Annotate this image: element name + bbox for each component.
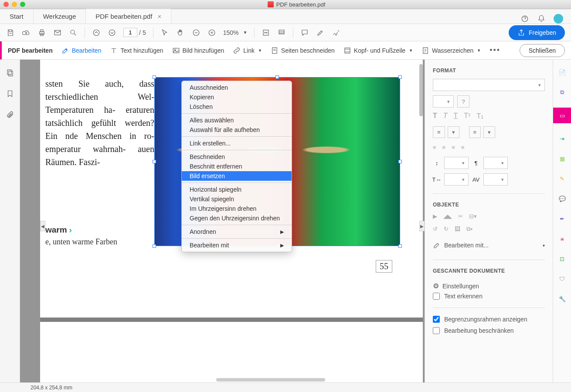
- search-icon[interactable]: [69, 28, 78, 37]
- ctx-bearbeiten-mit[interactable]: Bearbeiten mit▶: [182, 240, 292, 250]
- ctx-anordnen[interactable]: Anordnen▶: [182, 227, 292, 237]
- number-list-button[interactable]: ≡: [469, 126, 481, 138]
- bbox-checkbox[interactable]: Begrenzungsrahmen anzeigen: [433, 316, 545, 323]
- maximize-window-icon[interactable]: [20, 2, 25, 7]
- replace-image-icon[interactable]: 🖼: [455, 226, 460, 233]
- close-tab-icon[interactable]: ×: [158, 13, 162, 20]
- optimize-icon[interactable]: ⊡: [557, 254, 567, 264]
- page-up-icon[interactable]: [92, 28, 101, 37]
- char-spacing-select[interactable]: ▾: [483, 173, 508, 186]
- underline-icon[interactable]: T: [454, 112, 458, 120]
- crop-pages-button[interactable]: Seiten beschneiden: [271, 47, 335, 54]
- save-icon[interactable]: [6, 28, 15, 37]
- resize-handle-tm[interactable]: [275, 75, 279, 79]
- comment-tool-icon[interactable]: 💬: [557, 194, 567, 203]
- document-canvas[interactable]: ssten Sie auch, dass terschiedlichen Wel…: [20, 60, 425, 382]
- highlight-icon[interactable]: [316, 28, 325, 37]
- resize-handle-mr[interactable]: [398, 160, 402, 163]
- redact-icon[interactable]: x̶: [557, 234, 567, 243]
- resize-handle-tr[interactable]: [398, 75, 402, 79]
- edit-with-link[interactable]: Bearbeiten mit...▾: [433, 239, 545, 252]
- page-down-icon[interactable]: [108, 28, 116, 37]
- vertical-scrollbar[interactable]: [419, 64, 423, 116]
- pointer-icon[interactable]: [160, 28, 169, 37]
- align-center-icon[interactable]: ≡: [442, 144, 446, 151]
- bullet-list-dropdown[interactable]: ▾: [448, 126, 459, 138]
- hand-icon[interactable]: [176, 28, 185, 37]
- ctx-kopieren[interactable]: Kopieren: [182, 92, 292, 102]
- font-help-icon[interactable]: ?: [457, 95, 469, 108]
- more-menu-icon[interactable]: •••: [489, 46, 500, 55]
- bookmarks-icon[interactable]: [6, 89, 14, 98]
- line-spacing-select[interactable]: ▾: [444, 157, 469, 169]
- close-editbar-button[interactable]: Schließen: [520, 44, 565, 57]
- caption-line2[interactable]: e, unten warme Farben: [45, 237, 117, 247]
- more-tools-icon[interactable]: 🔧: [557, 294, 567, 304]
- cloud-upload-icon[interactable]: [22, 28, 31, 37]
- add-image-button[interactable]: Bild hinzufügen: [172, 47, 224, 54]
- email-icon[interactable]: [53, 28, 62, 37]
- tab-tools[interactable]: Werkzeuge: [34, 9, 86, 24]
- ctx-vertikal-spiegeln[interactable]: Vertikal spiegeln: [182, 194, 292, 204]
- fill-sign-icon[interactable]: ✎: [557, 174, 567, 183]
- superscript-icon[interactable]: T¹: [464, 112, 470, 120]
- rotate-cw-icon[interactable]: ↻: [444, 226, 449, 233]
- ctx-horizontal-spiegeln[interactable]: Horizontal spiegeln: [182, 185, 292, 194]
- organize-icon[interactable]: ▦: [557, 154, 567, 163]
- arrange-icon[interactable]: ⧉▾: [466, 226, 472, 233]
- link-button[interactable]: Link▼: [233, 47, 262, 54]
- create-pdf-icon[interactable]: 📄: [557, 68, 567, 77]
- caption-warm[interactable]: warm ›: [45, 225, 72, 235]
- align-justify-icon[interactable]: ≡: [461, 144, 465, 151]
- help-icon[interactable]: [520, 14, 529, 23]
- attachments-icon[interactable]: [6, 110, 14, 119]
- align-objects-icon[interactable]: ⊟▾: [469, 213, 477, 220]
- collapse-left-icon[interactable]: ◀: [40, 221, 45, 231]
- ocr-checkbox[interactable]: Text erkennen: [433, 293, 545, 300]
- ctx-alles-ausw-hlen[interactable]: Alles auswählen: [182, 115, 292, 125]
- sign-icon[interactable]: [332, 28, 340, 37]
- number-list-dropdown[interactable]: ▾: [483, 126, 495, 138]
- restrict-checkbox[interactable]: Bearbeitung beschränken: [433, 327, 545, 334]
- header-footer-button[interactable]: Kopf- und Fußzeile▼: [343, 47, 413, 54]
- export-pdf-icon[interactable]: ⇥: [557, 134, 567, 143]
- ctx-auswahl-f-r-alle-aufheben[interactable]: Auswahl für alle aufheben: [182, 125, 292, 135]
- ctx-beschnitt-entfernen[interactable]: Beschnitt entfernen: [182, 162, 292, 171]
- print-icon[interactable]: [37, 28, 46, 37]
- page-current-input[interactable]: [123, 28, 137, 37]
- close-window-icon[interactable]: [3, 2, 9, 7]
- crop-icon[interactable]: ✂: [458, 213, 463, 220]
- ctx-im-uhrzeigersinn-drehen[interactable]: Im Uhrzeigersinn drehen: [182, 204, 292, 213]
- font-family-select[interactable]: ▾: [433, 79, 545, 91]
- share-button[interactable]: Freigeben: [509, 25, 565, 40]
- thumbnails-icon[interactable]: [6, 68, 14, 77]
- paragraph-spacing-select[interactable]: ▾: [483, 157, 508, 169]
- bullet-list-button[interactable]: ≡: [433, 126, 445, 138]
- protect-icon[interactable]: 🛡: [557, 274, 567, 284]
- ctx-beschneiden[interactable]: Beschneiden: [182, 152, 292, 162]
- zoom-select[interactable]: 150%▼: [223, 29, 248, 36]
- edit-button[interactable]: Bearbeiten: [61, 47, 102, 54]
- rotate-ccw-icon[interactable]: ↺: [433, 226, 438, 233]
- align-right-icon[interactable]: ≡: [452, 144, 455, 151]
- comment-icon[interactable]: [300, 28, 309, 37]
- resize-handle-br[interactable]: [398, 244, 402, 248]
- sign-tool-icon[interactable]: ✒: [557, 214, 567, 223]
- ctx-ausschneiden[interactable]: Ausschneiden: [182, 83, 292, 92]
- combine-icon[interactable]: ⧉: [557, 88, 567, 97]
- align-left-icon[interactable]: ≡: [433, 144, 436, 151]
- edit-pdf-icon[interactable]: ▭: [553, 108, 571, 123]
- horizontal-scale-select[interactable]: ▾: [444, 173, 469, 186]
- page-view-icon[interactable]: [277, 28, 286, 37]
- resize-handle-tl[interactable]: [153, 75, 156, 79]
- avatar[interactable]: [554, 14, 563, 24]
- ctx-link-erstellen-[interactable]: Link erstellen...: [182, 139, 292, 148]
- resize-handle-ml[interactable]: [153, 160, 156, 163]
- add-text-button[interactable]: Text hinzufügen: [110, 47, 163, 54]
- font-size-select[interactable]: ▾: [433, 95, 454, 108]
- notifications-icon[interactable]: [537, 14, 546, 23]
- ctx-l-schen[interactable]: Löschen: [182, 102, 292, 112]
- bold-icon[interactable]: T: [433, 112, 437, 120]
- zoom-out-icon[interactable]: [192, 28, 201, 37]
- watermark-button[interactable]: Wasserzeichen▼: [421, 47, 481, 54]
